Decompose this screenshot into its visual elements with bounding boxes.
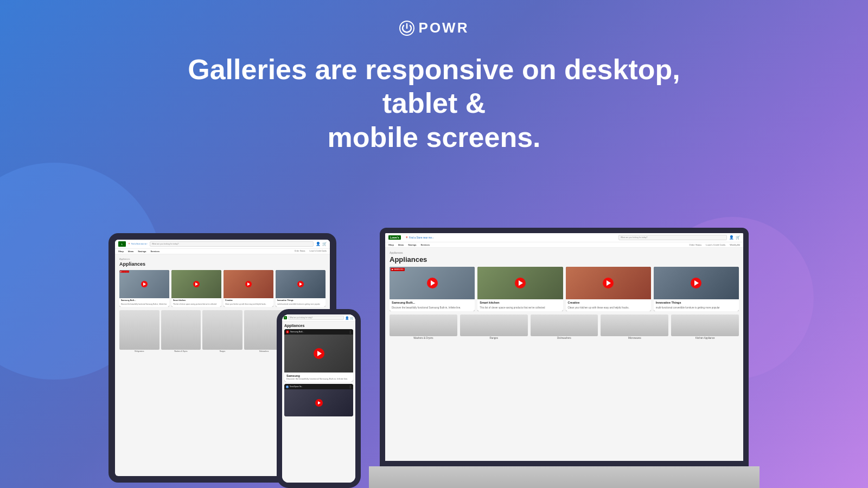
tablet-thumb-3 bbox=[224, 270, 273, 298]
tablet-product-label-3: Ranges bbox=[220, 350, 225, 352]
laptop-menu-ideas[interactable]: Ideas bbox=[398, 243, 404, 246]
laptop-video-grid: ▶ SAMSUNG Samsung Built... Discover the … bbox=[390, 267, 739, 311]
laptop-frame: Lowe's 📍 Find a Store near me › What are… bbox=[380, 228, 749, 466]
tablet-product-3[interactable]: Ranges bbox=[202, 310, 242, 353]
tablet-video-card-2[interactable]: Smart kitchen This list of clever space-… bbox=[171, 270, 221, 307]
laptop-play-2[interactable] bbox=[515, 278, 526, 288]
tablet-menu-savings[interactable]: Savings bbox=[138, 250, 146, 253]
tablet-play-2[interactable] bbox=[193, 281, 200, 287]
laptop-video-label-2: Smart kitchen bbox=[477, 299, 563, 306]
laptop-video-card-4[interactable]: Innovative Things multi-functional conve… bbox=[654, 267, 739, 311]
tablet-product-2[interactable]: Washers & Dryers bbox=[161, 310, 201, 353]
phone-play-1[interactable] bbox=[314, 348, 324, 359]
laptop-thumb-2 bbox=[477, 267, 563, 299]
laptop-product-img-2 bbox=[460, 314, 528, 336]
laptop-menu-weeklyad[interactable]: Weekly Ad bbox=[730, 243, 740, 246]
tablet-video-card-3[interactable]: Creative Clean your kitchen up with thes… bbox=[224, 270, 273, 307]
laptop-product-2[interactable]: Ranges bbox=[460, 314, 528, 339]
phone-page-title: Appliances bbox=[284, 324, 353, 328]
tablet-user-icon: 👤 bbox=[316, 242, 320, 246]
laptop-video-card-2[interactable]: Smart kitchen This list of clever space-… bbox=[477, 267, 563, 311]
phone-video-card-2[interactable]: ★ Great Space Sa... ⋮ bbox=[284, 384, 353, 416]
phone-play-2[interactable] bbox=[315, 399, 323, 407]
phone-video-info-1: Samsung Discover the beautifully functio… bbox=[284, 373, 353, 382]
laptop-product-img-5 bbox=[671, 314, 739, 336]
tablet-menu-ideas[interactable]: Ideas bbox=[128, 250, 133, 253]
phone-cart-icon: 🛒 bbox=[350, 316, 354, 320]
laptop-product-label-2: Ranges bbox=[489, 337, 498, 339]
laptop-menu-credit[interactable]: Lowe's Credit Cards bbox=[706, 243, 725, 246]
laptop-product-img-1 bbox=[390, 314, 457, 336]
laptop-video-desc-4: multi-functional convertible furniture i… bbox=[654, 306, 739, 311]
laptop-product-label-5: Kitchen Appliance bbox=[695, 337, 715, 339]
tablet-nav-top: L 📍 Find a Store near me › What are you … bbox=[115, 240, 330, 249]
tablet-menu-shop[interactable]: Shop bbox=[118, 250, 124, 253]
header: POWR bbox=[0, 0, 868, 36]
laptop-device: Lowe's 📍 Find a Store near me › What are… bbox=[369, 228, 760, 488]
tablet-menu-services[interactable]: Services bbox=[151, 250, 159, 253]
laptop-video-label-4: Innovative Things bbox=[654, 299, 739, 306]
tablet-product-label-4: Dishwashers bbox=[259, 350, 269, 352]
laptop-page-title: Appliances bbox=[390, 255, 739, 264]
laptop-search[interactable]: What are you looking for today? bbox=[618, 235, 727, 240]
tablet-video-label-3: Creative bbox=[224, 298, 273, 303]
tablet-video-grid: ▶ SAMSUNG Samsung Built... Discover the … bbox=[119, 270, 326, 307]
laptop-menu-savings[interactable]: Savings bbox=[408, 243, 416, 246]
laptop-nav-top: Lowe's 📍 Find a Store near me › What are… bbox=[385, 233, 743, 242]
laptop-location: 📍 Find a Store near me › bbox=[405, 236, 433, 239]
tablet-product-1[interactable]: Refrigerators bbox=[119, 310, 159, 353]
tablet-menu-orderstatus[interactable]: Order Status bbox=[295, 250, 305, 253]
phone-device: L What are you looking for today? 👤 🛒 Ap… bbox=[277, 309, 361, 488]
laptop-play-1[interactable] bbox=[427, 278, 438, 288]
laptop-menu-orderstatus[interactable]: Order Status bbox=[690, 243, 702, 246]
laptop-play-3[interactable] bbox=[603, 278, 614, 288]
phone-video-channel-2: ★ Great Space Sa... bbox=[286, 386, 303, 388]
tablet-play-1[interactable] bbox=[141, 281, 148, 287]
tablet-search[interactable]: What are you looking for today? bbox=[150, 241, 314, 247]
laptop-product-grid: Washers & Dryers Ranges Dishwashers bbox=[390, 314, 739, 339]
brand-name: POWR bbox=[419, 20, 469, 36]
phone-yt-icon-2: ★ bbox=[286, 386, 289, 388]
tablet-video-label-1: Samsung Built... bbox=[119, 298, 169, 303]
laptop-play-4[interactable] bbox=[691, 278, 701, 288]
tablet-thumb-2 bbox=[171, 270, 221, 298]
laptop-video-desc-3: Clean your kitchen up with these easy an… bbox=[566, 306, 651, 311]
phone-nav: L What are you looking for today? 👤 🛒 bbox=[282, 314, 355, 322]
laptop-breadcrumb: Appliances bbox=[390, 251, 739, 254]
phone-thumb-1 bbox=[284, 335, 353, 373]
laptop-product-5[interactable]: Kitchen Appliance bbox=[671, 314, 739, 339]
phone-frame: L What are you looking for today? 👤 🛒 Ap… bbox=[277, 309, 361, 488]
laptop-product-label-3: Dishwashers bbox=[557, 337, 571, 339]
tablet-product-label-2: Washers & Dryers bbox=[174, 350, 187, 352]
laptop-menu-services[interactable]: Services bbox=[421, 243, 430, 246]
tablet-video-desc-3: Clean your kitchen up with these easy an… bbox=[224, 303, 273, 307]
tablet-video-card-4[interactable]: Innovative Things multi-functional conve… bbox=[276, 270, 326, 307]
phone-search[interactable]: What are you looking for today? bbox=[288, 316, 344, 320]
phone-video-card-1[interactable]: ▶ Samsung Built... ⋮ Samsung bbox=[284, 329, 353, 382]
laptop-lowes-logo: Lowe's bbox=[388, 235, 401, 240]
tablet-play-4[interactable] bbox=[297, 281, 304, 287]
tablet-menu-credit[interactable]: Lowe's Credit Cards bbox=[310, 250, 327, 253]
laptop-thumb-1: ▶ SAMSUNG bbox=[390, 267, 475, 299]
laptop-menu-shop[interactable]: Shop bbox=[388, 243, 394, 246]
tablet-play-3[interactable] bbox=[245, 281, 252, 287]
tablet-video-card-1[interactable]: ▶ SAMSUNG Samsung Built... Discover the … bbox=[119, 270, 169, 307]
tablet-video-desc-2: This list of clever space-saving product… bbox=[171, 303, 221, 307]
laptop-product-4[interactable]: Microwaves bbox=[601, 314, 668, 339]
laptop-product-3[interactable]: Dishwashers bbox=[531, 314, 598, 339]
laptop-product-img-4 bbox=[601, 314, 668, 336]
phone-browser: L What are you looking for today? 👤 🛒 Ap… bbox=[282, 314, 355, 483]
phone-video-more-2[interactable]: ⋮ bbox=[349, 385, 352, 388]
phone-video-more[interactable]: ⋮ bbox=[349, 330, 352, 333]
tablet-nav-menu: Shop Ideas Savings Services Order Status… bbox=[115, 249, 330, 254]
laptop-video-card-3[interactable]: Creative Clean your kitchen up with thes… bbox=[566, 267, 651, 311]
phone-screen: L What are you looking for today? 👤 🛒 Ap… bbox=[282, 314, 355, 483]
tablet-video-desc-4: multi-functional convertible furniture i… bbox=[276, 303, 326, 307]
tablet-lowes-logo: L bbox=[118, 241, 126, 247]
laptop-cart-icon: 🛒 bbox=[736, 235, 740, 240]
laptop-video-card-1[interactable]: ▶ SAMSUNG Samsung Built... Discover the … bbox=[390, 267, 475, 311]
laptop-product-1[interactable]: Washers & Dryers bbox=[390, 314, 457, 339]
tablet-location: 📍 Find a Store near me › bbox=[128, 243, 148, 245]
phone-user-icon: 👤 bbox=[345, 316, 349, 320]
tablet-page-title: Appliances bbox=[119, 261, 326, 267]
